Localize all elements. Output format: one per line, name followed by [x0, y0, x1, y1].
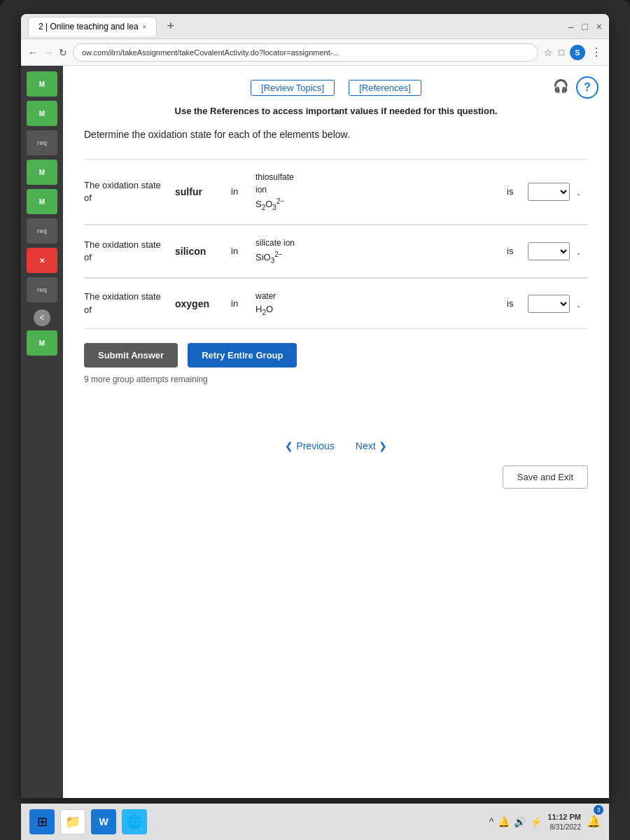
sidebar-item-error[interactable]: ✕	[27, 248, 57, 273]
main-content: 🎧 ? [Review Topics] [References] Use the…	[63, 66, 609, 798]
taskbar-windows-button[interactable]: ⊞	[29, 809, 55, 834]
q-element-oxygen: oxygen	[175, 298, 224, 309]
windows-icon: ⊞	[37, 814, 48, 830]
clock-date: 8/31/2022	[547, 822, 581, 832]
window-close-button[interactable]: ×	[596, 21, 602, 32]
sidebar: M M req M M req ✕ req < M	[21, 66, 63, 798]
sidebar-item-3[interactable]: M	[27, 160, 57, 185]
headset-icon[interactable]: 🎧	[551, 76, 570, 96]
oxygen-answer-select[interactable]: -2 -1 0 +2	[528, 295, 570, 313]
q-label-oxygen: The oxidation state of	[84, 290, 168, 316]
volume-icon[interactable]: 🔊	[514, 816, 526, 827]
instruction-text: Use the References to access important v…	[84, 106, 588, 116]
sulfur-answer-select[interactable]: -2 -1 0 +1 +2 +4 +6	[528, 183, 570, 201]
profile-button[interactable]: S	[570, 45, 585, 60]
compound-formula-silicon: SiO32−	[255, 249, 500, 266]
compound-name-silicon: silicate ion	[255, 237, 500, 249]
tab-close-icon[interactable]: ×	[143, 23, 147, 31]
window-minimize-button[interactable]: –	[568, 21, 574, 32]
taskbar-file-explorer[interactable]: 📁	[60, 809, 85, 834]
sidebar-item-5[interactable]: M	[27, 330, 57, 356]
back-icon[interactable]: ←	[28, 47, 38, 58]
sidebar-collapse-button[interactable]: <	[34, 309, 50, 326]
notification-badge: 3	[594, 805, 603, 815]
taskbar-word[interactable]: W	[91, 809, 116, 834]
clock-time: 11:12 PM	[547, 812, 581, 822]
sidebar-item-req-1[interactable]: req	[27, 130, 57, 155]
taskbar: ⊞ 📁 W 🌐 ^ 🔔 🔊 ⚡ 11:12 PM 8/31/2022 🔔	[21, 804, 609, 840]
submit-answer-button[interactable]: Submit Answer	[84, 343, 178, 368]
next-button[interactable]: Next ❯	[356, 440, 387, 451]
browser-tab[interactable]: 2 | Online teaching and lea ×	[28, 17, 157, 36]
battery-icon[interactable]: ⚡	[530, 816, 542, 827]
q-in-oxygen: in	[231, 298, 248, 309]
chevron-left-icon: ❮	[285, 440, 293, 451]
notification-icon[interactable]: 🔔	[498, 816, 510, 827]
window-icon[interactable]: □	[559, 47, 564, 57]
question-row-oxygen: The oxidation state of oxygen in water H…	[84, 278, 588, 329]
star-icon[interactable]: ☆	[544, 47, 553, 58]
q-label-silicon: The oxidation state of	[84, 239, 168, 264]
dot-oxygen: .	[577, 296, 588, 311]
q-is-silicon: is	[507, 246, 521, 256]
compound-name-sulfur: thiosulfateion	[255, 171, 500, 196]
q-element-sulfur: sulfur	[175, 186, 224, 197]
address-bar-input[interactable]	[73, 43, 538, 62]
q-in-sulfur: in	[231, 186, 248, 197]
q-element-silicon: silicon	[175, 246, 224, 257]
system-tray: ^ 🔔 🔊 ⚡ 11:12 PM 8/31/2022 🔔 3	[489, 812, 601, 831]
menu-icon[interactable]: ⋮	[591, 46, 602, 59]
q-compound-oxygen: water H2O	[255, 290, 500, 318]
taskbar-browser[interactable]: 🌐	[122, 809, 147, 834]
sidebar-item-1[interactable]: M	[27, 71, 57, 97]
review-topics-link[interactable]: [Review Topics]	[251, 80, 335, 96]
forward-icon[interactable]: →	[43, 47, 53, 58]
compound-formula-oxygen: H2O	[255, 302, 500, 318]
previous-button[interactable]: ❮ Previous	[285, 440, 334, 451]
references-link[interactable]: [References]	[349, 80, 421, 96]
dot-sulfur: .	[577, 184, 588, 199]
silicon-answer-select[interactable]: -4 0 +2 +4	[528, 242, 570, 260]
sidebar-item-2[interactable]: M	[27, 101, 57, 126]
attempts-remaining-text: 9 more group attempts remaining	[84, 374, 588, 384]
sidebar-item-req-2[interactable]: req	[27, 218, 57, 244]
save-exit-button[interactable]: Save and Exit	[503, 465, 588, 489]
compound-name-oxygen: water	[255, 290, 500, 302]
sidebar-item-req-3[interactable]: req	[27, 277, 57, 302]
word-icon: W	[99, 816, 108, 827]
file-explorer-icon: 📁	[65, 814, 80, 830]
q-compound-sulfur: thiosulfateion S2O32−	[255, 171, 500, 213]
help-icon[interactable]: ?	[576, 76, 598, 99]
q-is-oxygen: is	[507, 298, 521, 309]
divider-3	[84, 328, 588, 329]
tab-title: 2 | Online teaching and lea	[38, 22, 139, 31]
compound-formula-sulfur: S2O32−	[255, 196, 500, 213]
q-label-sulfur: The oxidation state of	[84, 179, 168, 204]
q-in-silicon: in	[231, 246, 248, 256]
question-row-silicon: The oxidation state of silicon in silica…	[84, 225, 588, 277]
dot-silicon: .	[577, 244, 588, 258]
chevron-up-icon[interactable]: ^	[489, 816, 494, 827]
window-maximize-button[interactable]: □	[582, 21, 587, 32]
retry-group-button[interactable]: Retry Entire Group	[188, 343, 297, 368]
new-tab-button[interactable]: +	[162, 19, 178, 34]
q-compound-silicon: silicate ion SiO32−	[255, 237, 500, 266]
question-text: Determine the oxidation state for each o…	[84, 127, 588, 142]
refresh-icon[interactable]: ↻	[59, 47, 67, 58]
q-is-sulfur: is	[507, 186, 521, 197]
chevron-right-icon: ❯	[379, 440, 387, 451]
browser-icon: 🌐	[127, 814, 142, 830]
notification-bell-icon[interactable]: 🔔	[587, 816, 601, 827]
sidebar-item-4[interactable]: M	[27, 189, 57, 214]
question-row-sulfur: The oxidation state of sulfur in thiosul…	[84, 160, 588, 224]
